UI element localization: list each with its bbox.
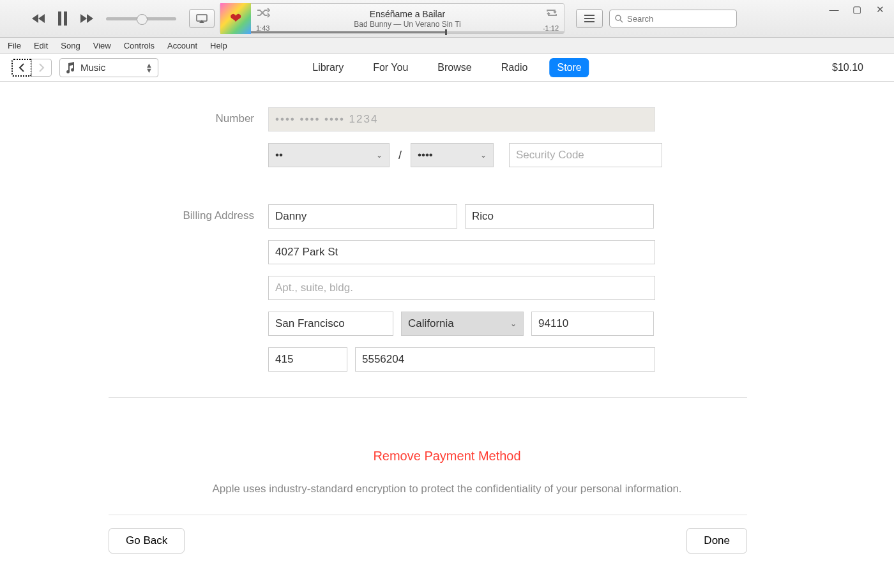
chevron-down-icon: ⌄: [376, 151, 383, 160]
menu-edit[interactable]: Edit: [34, 41, 48, 50]
nav-back-button[interactable]: [11, 59, 32, 77]
card-number-input[interactable]: [268, 107, 655, 132]
store-content-scroll[interactable]: Number •• ⌄ / •••• ⌄: [0, 82, 894, 588]
first-name-input[interactable]: [268, 204, 457, 229]
street-address-2-input[interactable]: [268, 276, 655, 300]
state-value: California: [408, 317, 454, 330]
previous-track-button[interactable]: [32, 13, 46, 24]
bottom-button-bar: Go Back Done: [109, 515, 747, 566]
nav-tabs: Library For You Browse Radio Store: [305, 58, 589, 77]
security-code-input[interactable]: [509, 143, 662, 167]
music-note-icon: [65, 62, 75, 73]
up-next-button[interactable]: [576, 9, 603, 28]
pause-button[interactable]: [57, 11, 68, 26]
media-type-picker[interactable]: Music ▲▼: [59, 58, 158, 77]
media-type-label: Music: [80, 62, 105, 73]
city-input[interactable]: [268, 312, 393, 336]
account-balance[interactable]: $10.10: [832, 62, 863, 73]
label-billing-address: Billing Address: [109, 204, 268, 222]
state-select[interactable]: California ⌄: [401, 312, 524, 336]
close-button[interactable]: ✕: [872, 4, 888, 15]
search-input[interactable]: [627, 14, 734, 24]
expiry-divider: /: [397, 149, 403, 162]
street-address-input[interactable]: [268, 240, 655, 264]
svg-rect-1: [64, 11, 67, 26]
done-button[interactable]: Done: [686, 528, 747, 554]
minimize-button[interactable]: —: [826, 4, 842, 15]
menu-file[interactable]: File: [8, 41, 21, 50]
next-track-button[interactable]: [79, 13, 93, 24]
album-art[interactable]: [220, 3, 251, 34]
tab-for-you[interactable]: For You: [365, 58, 416, 77]
menubar: File Edit Song View Controls Account Hel…: [0, 38, 894, 54]
phone-area-input[interactable]: [268, 347, 347, 372]
window-controls: — ▢ ✕: [826, 4, 888, 15]
chevron-down-icon: ⌄: [480, 151, 487, 160]
navbar: Music ▲▼ Library For You Browse Radio St…: [0, 54, 894, 82]
airplay-button[interactable]: [189, 9, 215, 28]
svg-rect-0: [58, 11, 61, 26]
menu-view[interactable]: View: [93, 41, 111, 50]
nav-forward-button[interactable]: [31, 59, 52, 77]
playback-controls: [32, 11, 93, 26]
volume-slider[interactable]: [106, 17, 176, 20]
tab-library[interactable]: Library: [305, 58, 351, 77]
repeat-icon[interactable]: [545, 8, 559, 18]
now-playing-lcd: Enséñame a Bailar Bad Bunny — Un Verano …: [220, 3, 564, 34]
encryption-disclaimer: Apple uses industry-standard encryption …: [0, 483, 894, 495]
label-card-number: Number: [109, 107, 268, 125]
search-box[interactable]: [609, 10, 737, 27]
remove-payment-method-link[interactable]: Remove Payment Method: [0, 449, 894, 464]
menu-account[interactable]: Account: [167, 41, 197, 50]
search-icon: [615, 15, 623, 23]
divider: [109, 397, 747, 398]
chevron-updown-icon: ▲▼: [146, 63, 153, 73]
expiry-month-value: ••: [275, 149, 283, 162]
phone-number-input[interactable]: [355, 347, 655, 372]
menu-song[interactable]: Song: [61, 41, 80, 50]
chevron-down-icon: ⌄: [510, 319, 517, 328]
expiry-year-select[interactable]: •••• ⌄: [411, 143, 494, 167]
titlebar: Enséñame a Bailar Bad Bunny — Un Verano …: [0, 0, 894, 38]
svg-point-6: [616, 15, 621, 20]
tab-browse[interactable]: Browse: [430, 58, 479, 77]
zip-input[interactable]: [531, 312, 654, 336]
expiry-month-select[interactable]: •• ⌄: [268, 143, 390, 167]
expiry-year-value: ••••: [418, 149, 433, 162]
tab-store[interactable]: Store: [549, 58, 589, 77]
go-back-button[interactable]: Go Back: [109, 528, 185, 554]
maximize-button[interactable]: ▢: [849, 4, 865, 15]
svg-line-7: [620, 20, 623, 22]
last-name-input[interactable]: [465, 204, 654, 229]
track-artist: Bad Bunny — Un Verano Sin Ti: [251, 20, 564, 29]
menu-help[interactable]: Help: [210, 41, 227, 50]
track-title: Enséñame a Bailar: [251, 9, 564, 19]
shuffle-icon[interactable]: [256, 8, 270, 18]
tab-radio[interactable]: Radio: [494, 58, 536, 77]
menu-controls[interactable]: Controls: [124, 41, 155, 50]
progress-bar[interactable]: [251, 31, 564, 33]
